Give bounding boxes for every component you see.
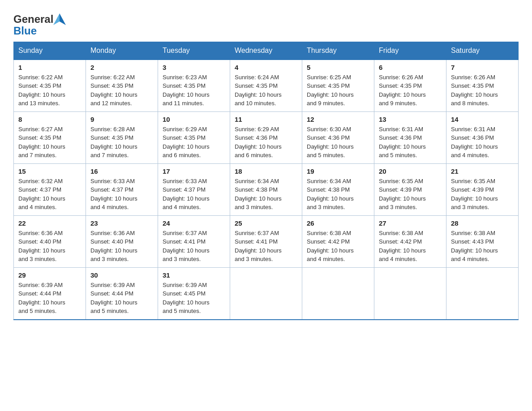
cell-day-number: 26 <box>307 219 369 227</box>
calendar-cell: 19Sunrise: 6:34 AMSunset: 4:38 PMDayligh… <box>302 163 374 215</box>
cell-info: Sunrise: 6:33 AMSunset: 4:37 PMDaylight:… <box>163 177 225 212</box>
calendar-cell <box>374 267 446 320</box>
calendar-cell: 30Sunrise: 6:39 AMSunset: 4:44 PMDayligh… <box>86 267 158 320</box>
calendar-cell <box>446 267 519 320</box>
cell-info: Sunrise: 6:27 AMSunset: 4:35 PMDaylight:… <box>18 125 81 160</box>
cell-day-number: 3 <box>163 64 225 71</box>
cell-info: Sunrise: 6:31 AMSunset: 4:36 PMDaylight:… <box>451 125 514 160</box>
cell-day-number: 30 <box>90 271 153 279</box>
calendar-cell: 2Sunrise: 6:22 AMSunset: 4:35 PMDaylight… <box>86 60 158 112</box>
cell-info: Sunrise: 6:35 AMSunset: 4:39 PMDaylight:… <box>379 177 442 212</box>
cell-info: Sunrise: 6:26 AMSunset: 4:35 PMDaylight:… <box>379 73 442 108</box>
calendar-cell: 21Sunrise: 6:35 AMSunset: 4:39 PMDayligh… <box>446 163 519 215</box>
cell-info: Sunrise: 6:37 AMSunset: 4:41 PMDaylight:… <box>163 229 225 264</box>
calendar-cell: 7Sunrise: 6:26 AMSunset: 4:35 PMDaylight… <box>446 60 519 112</box>
calendar-cell: 24Sunrise: 6:37 AMSunset: 4:41 PMDayligh… <box>158 215 230 267</box>
calendar-cell: 29Sunrise: 6:39 AMSunset: 4:44 PMDayligh… <box>14 267 86 320</box>
cell-info: Sunrise: 6:36 AMSunset: 4:40 PMDaylight:… <box>18 229 81 264</box>
calendar-cell: 9Sunrise: 6:28 AMSunset: 4:35 PMDaylight… <box>86 111 158 163</box>
cell-info: Sunrise: 6:36 AMSunset: 4:40 PMDaylight:… <box>90 229 153 264</box>
calendar-cell: 16Sunrise: 6:33 AMSunset: 4:37 PMDayligh… <box>86 163 158 215</box>
calendar-cell: 6Sunrise: 6:26 AMSunset: 4:35 PMDaylight… <box>374 60 446 112</box>
calendar-cell: 26Sunrise: 6:38 AMSunset: 4:42 PMDayligh… <box>302 215 374 267</box>
calendar-cell: 25Sunrise: 6:37 AMSunset: 4:41 PMDayligh… <box>230 215 302 267</box>
cell-day-number: 9 <box>90 116 153 123</box>
cell-info: Sunrise: 6:24 AMSunset: 4:35 PMDaylight:… <box>235 73 297 108</box>
calendar-cell: 1Sunrise: 6:22 AMSunset: 4:35 PMDaylight… <box>14 60 86 112</box>
cell-day-number: 8 <box>18 116 81 123</box>
cell-info: Sunrise: 6:38 AMSunset: 4:43 PMDaylight:… <box>451 229 514 264</box>
cell-info: Sunrise: 6:38 AMSunset: 4:42 PMDaylight:… <box>379 229 442 264</box>
cell-info: Sunrise: 6:35 AMSunset: 4:39 PMDaylight:… <box>451 177 514 212</box>
calendar-cell: 14Sunrise: 6:31 AMSunset: 4:36 PMDayligh… <box>446 111 519 163</box>
cell-day-number: 19 <box>307 167 369 175</box>
logo: GeneralBlue <box>13 13 66 37</box>
cell-info: Sunrise: 6:34 AMSunset: 4:38 PMDaylight:… <box>307 177 369 212</box>
calendar-cell: 4Sunrise: 6:24 AMSunset: 4:35 PMDaylight… <box>230 60 302 112</box>
header-sunday: Sunday <box>14 42 86 60</box>
cell-info: Sunrise: 6:31 AMSunset: 4:36 PMDaylight:… <box>379 125 442 160</box>
cell-info: Sunrise: 6:33 AMSunset: 4:37 PMDaylight:… <box>90 177 153 212</box>
header-wednesday: Wednesday <box>230 42 302 60</box>
header-tuesday: Tuesday <box>158 42 230 60</box>
cell-info: Sunrise: 6:23 AMSunset: 4:35 PMDaylight:… <box>163 73 225 108</box>
cell-day-number: 14 <box>451 116 514 123</box>
cell-info: Sunrise: 6:30 AMSunset: 4:36 PMDaylight:… <box>307 125 369 160</box>
calendar-cell <box>230 267 302 320</box>
svg-marker-1 <box>60 13 66 25</box>
calendar-cell: 22Sunrise: 6:36 AMSunset: 4:40 PMDayligh… <box>14 215 86 267</box>
cell-day-number: 10 <box>163 116 225 123</box>
svg-marker-0 <box>53 13 60 25</box>
calendar-cell: 10Sunrise: 6:29 AMSunset: 4:35 PMDayligh… <box>158 111 230 163</box>
cell-day-number: 7 <box>451 64 514 71</box>
cell-day-number: 16 <box>90 167 153 175</box>
calendar-cell: 5Sunrise: 6:25 AMSunset: 4:35 PMDaylight… <box>302 60 374 112</box>
cell-day-number: 2 <box>90 64 153 71</box>
cell-day-number: 27 <box>379 219 442 227</box>
cell-day-number: 21 <box>451 167 514 175</box>
header-monday: Monday <box>86 42 158 60</box>
calendar-week-5: 29Sunrise: 6:39 AMSunset: 4:44 PMDayligh… <box>14 267 519 320</box>
cell-day-number: 25 <box>235 219 297 227</box>
cell-day-number: 24 <box>163 219 225 227</box>
cell-info: Sunrise: 6:32 AMSunset: 4:37 PMDaylight:… <box>18 177 81 212</box>
cell-info: Sunrise: 6:26 AMSunset: 4:35 PMDaylight:… <box>451 73 514 108</box>
calendar-cell: 12Sunrise: 6:30 AMSunset: 4:36 PMDayligh… <box>302 111 374 163</box>
cell-day-number: 6 <box>379 64 442 71</box>
calendar-cell: 23Sunrise: 6:36 AMSunset: 4:40 PMDayligh… <box>86 215 158 267</box>
calendar-cell: 28Sunrise: 6:38 AMSunset: 4:43 PMDayligh… <box>446 215 519 267</box>
calendar-cell: 15Sunrise: 6:32 AMSunset: 4:37 PMDayligh… <box>14 163 86 215</box>
calendar-table: SundayMondayTuesdayWednesdayThursdayFrid… <box>13 42 519 320</box>
cell-info: Sunrise: 6:28 AMSunset: 4:35 PMDaylight:… <box>90 125 153 160</box>
cell-day-number: 20 <box>379 167 442 175</box>
cell-day-number: 31 <box>163 271 225 279</box>
calendar-week-1: 1Sunrise: 6:22 AMSunset: 4:35 PMDaylight… <box>14 60 519 112</box>
cell-day-number: 4 <box>235 64 297 71</box>
calendar-cell <box>302 267 374 320</box>
page-header: GeneralBlue <box>13 9 519 37</box>
cell-day-number: 23 <box>90 219 153 227</box>
calendar-cell: 3Sunrise: 6:23 AMSunset: 4:35 PMDaylight… <box>158 60 230 112</box>
cell-day-number: 13 <box>379 116 442 123</box>
cell-day-number: 18 <box>235 167 297 175</box>
cell-info: Sunrise: 6:39 AMSunset: 4:45 PMDaylight:… <box>163 281 225 316</box>
cell-info: Sunrise: 6:39 AMSunset: 4:44 PMDaylight:… <box>18 281 81 316</box>
calendar-cell: 31Sunrise: 6:39 AMSunset: 4:45 PMDayligh… <box>158 267 230 320</box>
cell-info: Sunrise: 6:37 AMSunset: 4:41 PMDaylight:… <box>235 229 297 264</box>
calendar-cell: 13Sunrise: 6:31 AMSunset: 4:36 PMDayligh… <box>374 111 446 163</box>
cell-info: Sunrise: 6:29 AMSunset: 4:35 PMDaylight:… <box>163 125 225 160</box>
calendar-cell: 17Sunrise: 6:33 AMSunset: 4:37 PMDayligh… <box>158 163 230 215</box>
calendar-cell: 18Sunrise: 6:34 AMSunset: 4:38 PMDayligh… <box>230 163 302 215</box>
cell-info: Sunrise: 6:39 AMSunset: 4:44 PMDaylight:… <box>90 281 153 316</box>
calendar-week-4: 22Sunrise: 6:36 AMSunset: 4:40 PMDayligh… <box>14 215 519 267</box>
calendar-cell: 8Sunrise: 6:27 AMSunset: 4:35 PMDaylight… <box>14 111 86 163</box>
calendar-header-row: SundayMondayTuesdayWednesdayThursdayFrid… <box>14 42 519 60</box>
cell-info: Sunrise: 6:38 AMSunset: 4:42 PMDaylight:… <box>307 229 369 264</box>
cell-info: Sunrise: 6:34 AMSunset: 4:38 PMDaylight:… <box>235 177 297 212</box>
cell-day-number: 12 <box>307 116 369 123</box>
cell-info: Sunrise: 6:29 AMSunset: 4:36 PMDaylight:… <box>235 125 297 160</box>
cell-day-number: 29 <box>18 271 81 279</box>
cell-day-number: 5 <box>307 64 369 71</box>
cell-info: Sunrise: 6:22 AMSunset: 4:35 PMDaylight:… <box>90 73 153 108</box>
cell-info: Sunrise: 6:25 AMSunset: 4:35 PMDaylight:… <box>307 73 369 108</box>
